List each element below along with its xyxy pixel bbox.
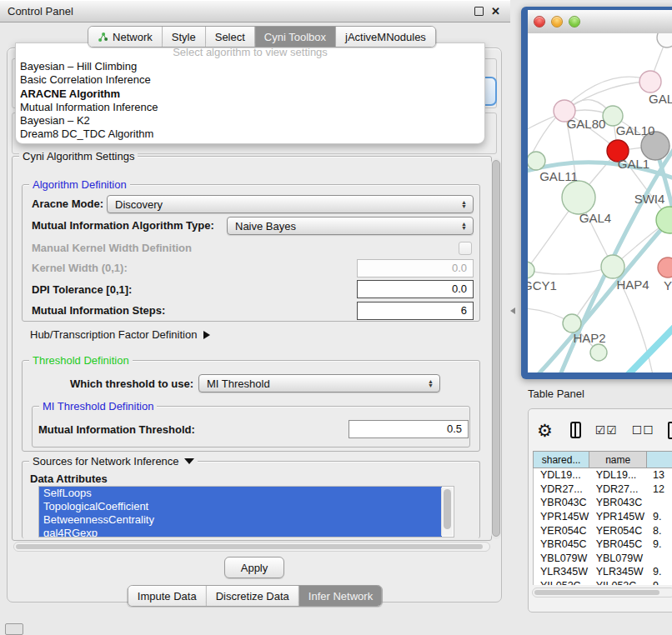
table-row[interactable]: YIL052CYIL052C9	[534, 579, 672, 585]
network-node-gal[interactable]	[639, 71, 661, 92]
table-cell: YPR145W	[589, 511, 646, 522]
table-row[interactable]: YDL19...YDL19...13	[534, 468, 672, 482]
mi-steps-label: Mutual Information Steps:	[32, 304, 165, 317]
mi-algorithm-type-select[interactable]: Naive Bayes ▲▼	[227, 217, 474, 235]
network-node-gal4[interactable]	[562, 181, 595, 214]
table-cell: YBR043C	[534, 497, 589, 508]
column-header-partial[interactable]	[646, 451, 672, 468]
control-panel-title: Control Panel	[0, 5, 73, 18]
tab-label: Network	[113, 31, 153, 43]
table-row[interactable]: YLR345WYLR345W9.	[534, 565, 672, 579]
network-node[interactable]	[590, 344, 607, 361]
algorithm-option-bayesian-k2[interactable]: Bayesian – K2	[16, 114, 484, 128]
node-label-gal80: GAL80	[567, 117, 606, 131]
expander-right-icon	[203, 331, 210, 339]
close-icon[interactable]: ✕	[491, 6, 500, 17]
node-label-gal11: GAL11	[539, 169, 578, 183]
network-node[interactable]	[657, 33, 672, 48]
mi-steps-field[interactable]: 6	[357, 302, 474, 320]
hub-factor-expander[interactable]: Hub/Transcription Factor Definition	[30, 328, 210, 341]
table-cell: YIL052C	[534, 580, 589, 585]
manual-kernel-width-checkbox[interactable]	[459, 242, 472, 255]
tab-impute-data[interactable]: Impute Data	[128, 586, 207, 606]
tab-label: jActiveMNodules	[345, 31, 426, 43]
attribute-item-gal4rgexp[interactable]: gal4RGexp	[39, 527, 442, 538]
aracne-mode-select[interactable]: Discovery ▲▼	[107, 195, 474, 213]
tab-label: Select	[215, 31, 245, 43]
table-cell: 9.	[646, 511, 672, 522]
cyni-algorithm-settings-title: Cyni Algorithm Settings	[19, 150, 138, 162]
table-cell: YBR045C	[534, 538, 589, 550]
settings-vertical-scrollbar[interactable]	[491, 158, 501, 539]
table-panel: ⚙ ☑☑ ☐☐ shared...name YDL19...YDL19...13…	[528, 408, 672, 612]
node-label-gal4: GAL4	[579, 211, 611, 225]
dpi-tolerance-field[interactable]: 0.0	[357, 280, 474, 298]
network-node-y[interactable]	[658, 258, 672, 278]
table-row[interactable]: YER054CYER054C8.	[534, 523, 672, 538]
attribute-item-selfloops[interactable]: SelfLoops	[39, 487, 442, 500]
column-header-shared[interactable]: shared...	[533, 451, 589, 468]
unchecked-pair-icon[interactable]: ☐☐	[632, 423, 654, 437]
mi-threshold-field[interactable]: 0.5	[349, 420, 469, 438]
network-node-gcy1[interactable]	[528, 262, 534, 278]
minimized-panel-icon[interactable]	[5, 623, 23, 635]
table-cell: 13	[646, 469, 672, 481]
float-window-icon[interactable]	[474, 7, 484, 16]
control-panel-titlebar: Control Panel ✕	[0, 0, 510, 22]
attribute-item-topologicalcoefficient[interactable]: TopologicalCoefficient	[39, 500, 442, 513]
table-cell: 8.	[646, 525, 672, 537]
close-traffic-light-icon[interactable]	[534, 16, 545, 28]
algorithm-option-aracne-algorithm[interactable]: ARACNE Algorithm	[16, 88, 484, 101]
algorithm-option-mutual-information-inference[interactable]: Mutual Information Inference	[16, 101, 484, 114]
table-row[interactable]: YBL079WYBL079W	[534, 552, 672, 566]
minimize-traffic-light-icon[interactable]	[551, 16, 563, 28]
attribute-item-betweennesscentrality[interactable]: BetweennessCentrality	[39, 513, 442, 527]
table-panel-title: Table Panel	[528, 388, 584, 400]
mi-algorithm-type-value: Naive Bayes	[235, 220, 296, 232]
tab-select[interactable]: Select	[206, 27, 255, 47]
table-row[interactable]: YBR045CYBR045C9.	[534, 538, 672, 552]
bottom-tabs: Impute DataDiscretize DataInfer Network	[128, 585, 383, 607]
attributes-list-scrollbar[interactable]	[441, 488, 453, 536]
column-header-name[interactable]: name	[589, 451, 646, 468]
table-row[interactable]: YDR27...YDR27...12	[534, 482, 672, 497]
columns-icon[interactable]	[570, 422, 581, 438]
kernel-width-field[interactable]: 0.0	[357, 259, 474, 278]
table-cell: YBL079W	[589, 552, 646, 564]
tab-jactivemnodules[interactable]: jActiveMNodules	[336, 27, 435, 47]
checked-pair-icon[interactable]: ☑☑	[595, 423, 618, 437]
network-node-hap2[interactable]	[563, 314, 581, 332]
table-row[interactable]: YPR145WYPR145W9.	[534, 510, 672, 524]
tab-infer-network[interactable]: Infer Network	[299, 586, 382, 606]
algorithm-option-bayesian-hill-climbing[interactable]: Bayesian – Hill Climbing	[16, 60, 484, 73]
algorithm-option-dream8-dc-tdc-algorithm[interactable]: Dream8 DC_TDC Algorithm	[16, 128, 484, 141]
network-canvas[interactable]: GALGAL80GAL10GAL1GAL11GAL4SWI4GCY1HAP4YH…	[528, 33, 672, 372]
tab-network[interactable]: Network	[88, 27, 163, 47]
which-threshold-select[interactable]: MI Threshold ▲▼	[198, 374, 440, 392]
algorithm-option-basic-correlation-inference[interactable]: Basic Correlation Inference	[16, 73, 484, 87]
table-cell: YDR27...	[534, 483, 589, 495]
control-panel-window: Control Panel ✕ NetworkStyleSelectCyni T…	[0, 0, 510, 609]
network-node-hap4[interactable]	[601, 255, 624, 278]
tab-style[interactable]: Style	[163, 27, 206, 47]
sources-title[interactable]: Sources for Network Inference	[29, 455, 198, 468]
network-window-titlebar[interactable]	[528, 10, 672, 34]
tab-label: Infer Network	[308, 590, 373, 602]
network-node-gal11[interactable]	[528, 152, 545, 170]
table-cell: YDL19...	[534, 469, 589, 481]
stepper-arrows-icon: ▲▼	[461, 222, 473, 230]
table-row[interactable]: YBR043CYBR043C	[534, 496, 672, 510]
table-cell: YER054C	[589, 525, 646, 537]
table-horizontal-scrollbar[interactable]	[532, 588, 672, 598]
table-cell: YDR27...	[589, 483, 646, 495]
which-threshold-value: MI Threshold	[207, 378, 270, 390]
gear-icon[interactable]: ⚙	[537, 422, 553, 439]
document-icon[interactable]	[668, 422, 672, 439]
apply-button[interactable]: Apply	[224, 557, 284, 578]
tab-label: Style	[172, 31, 196, 43]
tab-discretize-data[interactable]: Discretize Data	[207, 586, 299, 606]
zoom-traffic-light-icon[interactable]	[569, 16, 580, 28]
panel-divider-arrow-icon[interactable]	[510, 308, 515, 314]
tab-cyni-toolbox[interactable]: Cyni Toolbox	[255, 27, 336, 47]
settings-horizontal-scrollbar[interactable]	[13, 542, 490, 552]
